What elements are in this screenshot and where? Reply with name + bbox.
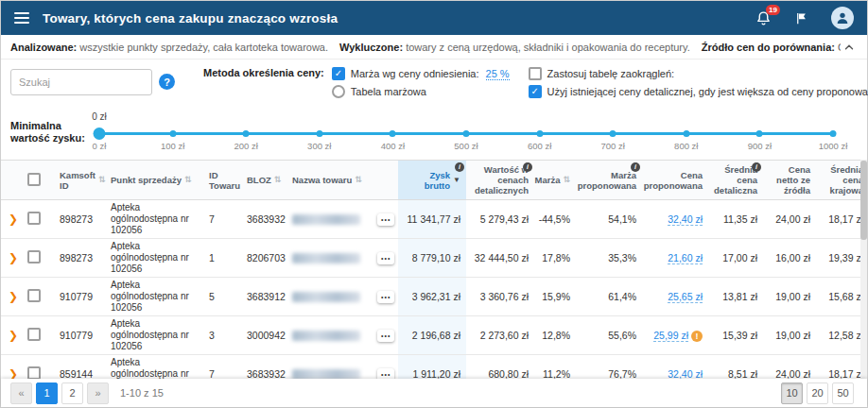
slider-tick-dot[interactable] <box>610 130 616 137</box>
col-header-marza[interactable]: Marża⇅ <box>534 161 576 200</box>
proposed-price-link[interactable]: 32,40 zł <box>668 368 703 379</box>
search-input[interactable] <box>10 69 152 95</box>
next-page-button[interactable]: » <box>87 382 109 404</box>
slider-tick-dot[interactable] <box>243 130 250 137</box>
table-row: ❯898273Apteka ogólnodostępna nr 10205673… <box>1 200 867 239</box>
option-margin-reference[interactable]: Marża wg ceny odniesienia: 25 % <box>332 67 510 80</box>
slider-handle[interactable] <box>94 128 106 140</box>
pagination-range: 1-10 z 15 <box>120 387 164 399</box>
sort-icon[interactable]: ⇅ <box>98 175 106 185</box>
page-button-1[interactable]: 1 <box>36 382 58 404</box>
scrollbar-thumb[interactable] <box>860 161 867 240</box>
slider-tick-dot[interactable] <box>683 130 689 137</box>
proposed-price-link[interactable]: 21,60 zł <box>668 252 703 264</box>
cell-kamsoft_id: 898273 <box>56 200 107 239</box>
col-header-punkt[interactable]: Punkt sprzedaży⇅ <box>107 161 205 200</box>
cell-bloz: 3683912 <box>243 278 288 316</box>
info-icon[interactable]: i <box>631 162 640 172</box>
col-header-bloz[interactable]: BLOZ⇅ <box>243 161 288 200</box>
expand-row-icon[interactable]: ❯ <box>5 212 18 226</box>
col-header-check <box>24 161 56 200</box>
checkbox-checked-icon[interactable] <box>332 67 345 80</box>
col-header-id_towaru[interactable]: ID Towaru⇅ <box>205 161 243 200</box>
option-rounding-table[interactable]: Zastosuj tabelę zaokrągleń: <box>529 67 868 80</box>
slider-tick-dot[interactable] <box>169 130 176 137</box>
cell-kamsoft_id: 859144 <box>56 355 107 380</box>
page-size-10[interactable]: 10 <box>781 382 803 404</box>
table-body: ❯898273Apteka ogólnodostępna nr 10205673… <box>1 200 867 380</box>
row-checkbox[interactable] <box>27 289 41 302</box>
proposed-price-link[interactable]: 25,99 zł <box>653 330 688 342</box>
info-icon[interactable]: i <box>752 162 761 172</box>
expand-row-icon[interactable]: ❯ <box>5 329 18 342</box>
sort-icon[interactable]: ⇅ <box>355 175 362 185</box>
row-menu-button[interactable]: ••• <box>377 252 394 264</box>
row-menu-button[interactable]: ••• <box>377 213 394 226</box>
info-icon[interactable]: i <box>455 162 464 172</box>
slider-tick-dot[interactable] <box>463 130 470 137</box>
checkbox-unchecked-icon[interactable] <box>529 67 542 80</box>
expand-row-icon[interactable]: ❯ <box>5 367 18 379</box>
page-size-50[interactable]: 50 <box>832 382 854 404</box>
select-all-checkbox[interactable] <box>27 173 41 186</box>
option-use-existing-price[interactable]: Użyj istniejącej ceny detalicznej, gdy j… <box>529 85 868 98</box>
option-margin-table[interactable]: Tabela marżowa <box>332 85 510 98</box>
row-checkbox[interactable] <box>27 250 41 264</box>
sort-icon[interactable]: ⇅ <box>184 175 192 185</box>
expand-row-icon[interactable]: ❯ <box>5 290 18 303</box>
cell-check <box>24 239 56 278</box>
sort-icon[interactable]: ⇅ <box>274 175 282 185</box>
info-icon[interactable]: i <box>523 162 532 172</box>
col-header-label: Nazwa towaru <box>292 175 352 185</box>
proposed-price-link[interactable]: 32,40 zł <box>668 213 703 226</box>
cell-marza: -44,5% <box>534 200 576 239</box>
warning-icon[interactable]: ! <box>691 331 703 342</box>
product-name-redacted <box>292 331 360 341</box>
user-avatar[interactable] <box>831 7 854 29</box>
col-header-expand <box>1 161 24 200</box>
info-bar-segments: Analizowane: wszystkie punkty sprzedaży,… <box>10 42 841 53</box>
slider-tick-dot[interactable] <box>316 130 322 137</box>
cell-cena_netto: 24,00 zł <box>763 355 816 380</box>
slider-tick-dot[interactable] <box>830 130 837 137</box>
app-window: Towary, których cena zakupu znacząco wzr… <box>0 0 868 408</box>
products-table-area: Kamsoft ID⇅Punkt sprzedaży⇅ID Towaru⇅BLO… <box>1 160 867 379</box>
sort-icon[interactable]: ⇅ <box>563 175 570 185</box>
col-header-kamsoft_id[interactable]: Kamsoft ID⇅ <box>56 161 107 200</box>
slider-tick-dot[interactable] <box>756 130 763 137</box>
page-size-20[interactable]: 20 <box>807 382 828 404</box>
page-button-2[interactable]: 2 <box>61 382 83 404</box>
menu-icon[interactable] <box>14 12 29 24</box>
row-checkbox[interactable] <box>27 212 41 225</box>
cell-bloz: 3683932 <box>243 355 288 380</box>
cell-srednia_kraj: 18,17 zł <box>816 355 867 380</box>
product-name-redacted <box>292 369 360 380</box>
help-icon[interactable]: ? <box>159 74 175 90</box>
col-header-zysk[interactable]: Zysk brutto▼i <box>398 161 466 200</box>
row-checkbox[interactable] <box>27 328 41 341</box>
row-menu-button[interactable]: ••• <box>377 368 394 379</box>
min-profit-slider[interactable]: 0 zł 0 zł100 zł200 zł300 zł400 zł500 zł6… <box>99 109 833 158</box>
expand-row-icon[interactable]: ❯ <box>5 251 18 264</box>
prev-page-button[interactable]: « <box>10 382 32 404</box>
col-header-label: ID Towaru <box>209 170 240 191</box>
cell-srednia_det: 15,39 zł <box>708 316 763 355</box>
slider-tick-dot[interactable] <box>390 130 396 137</box>
row-checkbox[interactable] <box>27 366 41 379</box>
col-header-nazwa[interactable]: Nazwa towaru⇅ <box>288 161 373 200</box>
radio-unchecked-icon[interactable] <box>332 85 345 98</box>
checkbox-checked-icon[interactable] <box>529 85 542 98</box>
flag-icon[interactable] <box>794 11 808 26</box>
cell-check <box>24 278 56 316</box>
row-menu-button[interactable]: ••• <box>377 291 394 303</box>
slider-tick-dot[interactable] <box>536 130 543 137</box>
product-name-redacted <box>292 214 360 225</box>
page-size-buttons: 102050 <box>781 382 858 404</box>
notifications-bell-icon[interactable]: 19 <box>755 10 772 26</box>
row-menu-button[interactable]: ••• <box>377 330 394 342</box>
proposed-price-link[interactable]: 25,65 zł <box>668 291 703 303</box>
vertical-scrollbar[interactable] <box>860 160 867 379</box>
margin-percent-link[interactable]: 25 % <box>486 68 510 80</box>
sort-desc-icon[interactable]: ▼ <box>453 175 460 185</box>
collapse-panel-chevron-up-icon[interactable] <box>841 39 858 56</box>
